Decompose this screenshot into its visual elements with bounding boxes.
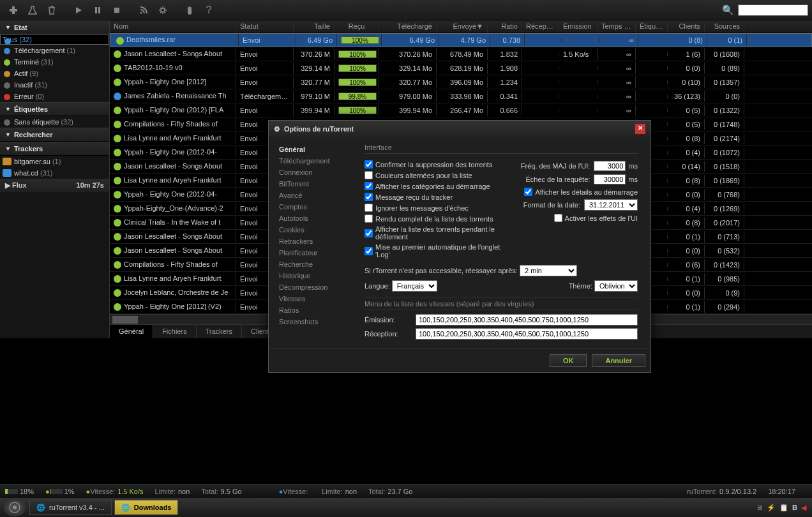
sidebar-state-item[interactable]: Inactif (31) [0,79,109,91]
sidebar-tag-item[interactable]: Sans étiquette (32) [0,116,109,128]
torrent-row[interactable]: Jason Lescalleet - Songs AboutEnvoi370.2… [110,47,812,61]
cb-ui-effects[interactable] [554,214,562,222]
download-limit[interactable]: non [345,488,357,495]
sidebar-state-item[interactable]: Téléchargement (1) [0,45,109,56]
sidebar-search-header[interactable]: ▼Rechercher [0,128,109,142]
col-name[interactable]: Nom [110,20,236,33]
help-icon[interactable]: ? [200,2,217,19]
close-icon[interactable]: ✕ [635,124,645,134]
torrent-row[interactable]: Deathsmiles.rarEnvoi6.49 Go100%6.49 Go4.… [110,33,812,47]
sidebar-state-item[interactable]: Erreur (0) [0,91,109,102]
ok-button[interactable]: OK [550,354,587,367]
sidebar-state-item[interactable]: Terminé (31) [0,56,109,68]
rss-icon[interactable] [135,2,152,19]
search-input[interactable] [738,4,808,16]
col-size[interactable]: Taille [294,20,335,33]
cancel-button[interactable]: Annuler [592,354,645,367]
col-status[interactable]: Statut [236,20,294,33]
col-ratio[interactable]: Ratio [488,20,522,33]
detail-tab[interactable]: Fichiers [153,325,197,338]
tray-icon[interactable]: ⚡ [767,504,776,512]
cb-show-scroll[interactable] [365,229,373,237]
dialog-nav-item[interactable]: BitTorrent [275,178,358,190]
hand-icon[interactable] [181,2,198,19]
col-eta[interactable]: Temps est. [598,20,636,33]
cpu-usage: 1% [64,488,75,495]
upload-limit[interactable]: non [178,488,190,495]
tray-icon[interactable]: ◀ [801,504,806,512]
flask-icon[interactable] [24,2,41,19]
col-uploaded[interactable]: Envoyé▼ [437,20,488,33]
sidebar-tags-header[interactable]: ▼Étiquettes [0,102,109,116]
input-download-speeds[interactable] [416,328,638,340]
dialog-nav-item[interactable]: Décompression [275,281,358,293]
dialog-nav-item[interactable]: Recherche [275,258,358,270]
sidebar-trackers-header[interactable]: ▼Trackers [0,142,109,156]
col-downloaded[interactable]: Téléchargé [379,20,437,33]
cb-ignore-fail[interactable] [365,204,373,212]
dialog-nav-item[interactable]: Connexion [275,167,358,178]
input-ui-freq[interactable] [594,161,626,171]
play-icon[interactable] [70,2,87,19]
col-dlspeed[interactable]: Réception [522,20,559,33]
gear-icon[interactable] [154,2,171,19]
dialog-titlebar[interactable]: ⚙ Options de ruTorrent ✕ [269,121,650,137]
tray-icon[interactable]: B [792,504,797,511]
cb-full-render[interactable] [365,214,373,223]
dialog-nav-item[interactable]: Retrackers [275,236,358,247]
dialog-nav-item[interactable]: Téléchargement [275,155,358,167]
taskbar-item-downloads[interactable]: 🌐Downloads [114,500,179,515]
section-interface: Interface [365,144,638,154]
svg-rect-1 [10,9,17,11]
dialog-nav-item[interactable]: Vitesses [275,293,358,304]
select-theme[interactable]: Oblivion [594,280,638,292]
upload-speed: 1.5 Ko/s [117,488,143,495]
col-ulspeed[interactable]: Émission [559,20,598,33]
sidebar-tracker-item[interactable]: what.cd (31) [0,167,109,179]
dialog-nav-item[interactable]: Cookies [275,224,358,236]
cb-auto-log[interactable] [365,247,373,255]
dialog-nav-item[interactable]: Screenshots [275,316,358,327]
detail-tab[interactable]: Général [110,325,153,338]
torrent-row[interactable]: Yppah - Eighty One (2012) [FLAEnvoi399.9… [110,103,812,117]
cb-show-details[interactable] [524,188,532,196]
sidebar-state-item[interactable]: Tous (32) [0,34,109,45]
cb-show-cat[interactable] [365,182,373,190]
sidebar-state-item[interactable]: Actif (9) [0,68,109,79]
add-icon[interactable] [5,2,22,19]
sidebar-flux-header[interactable]: ▶ Flux10m 27s [0,179,109,192]
cb-tracker-msg[interactable] [365,193,373,201]
stop-icon[interactable] [109,2,125,19]
tray-icon[interactable]: 🖥 [756,504,763,511]
torrent-row[interactable]: James Zabiela - Renaissance ThTélécharge… [110,89,812,103]
sidebar-tracker-item[interactable]: bitgamer.su (1) [0,156,109,167]
dialog-nav-item[interactable]: Planificateur [275,247,358,258]
torrent-row[interactable]: Yppah - Eighty One [2012]Envoi320.77 M10… [110,75,812,89]
dialog-nav-item[interactable]: Ratios [275,304,358,316]
start-button[interactable] [4,498,26,516]
taskbar-item-rutorrent[interactable]: 🌐ruTorrent v3.4 - ... [29,500,112,515]
dialog-nav-item[interactable]: Général [275,144,358,155]
torrent-row[interactable]: TAB2012-10-19 v0Envoi329.14 M100%329.14 … [110,61,812,75]
sidebar-state-header[interactable]: ▼Etat [0,20,109,34]
dialog-nav-item[interactable]: Historique [275,270,358,281]
col-sources[interactable]: Sources [705,20,744,33]
col-peers[interactable]: Clients [668,20,705,33]
select-language[interactable]: Français [392,280,437,292]
select-retry[interactable]: 2 min [520,265,577,276]
dialog-nav-item[interactable]: Autotools [275,213,358,224]
pause-icon[interactable] [89,2,106,19]
sidebar: ▼Etat Tous (32)Téléchargement (1)Terminé… [0,20,110,338]
dialog-nav-item[interactable]: Avancé [275,190,358,201]
cb-alt-colors[interactable] [365,171,373,179]
trash-icon[interactable] [43,2,60,19]
select-date-format[interactable]: 31.12.2011 [584,199,638,211]
tray-icon[interactable]: 📋 [779,504,788,512]
col-received[interactable]: Reçu [335,20,379,33]
input-upload-speeds[interactable] [416,314,638,326]
detail-tab[interactable]: Trackers [197,325,242,338]
col-label[interactable]: Étiquette [636,20,668,33]
input-req-fail[interactable] [594,174,626,184]
dialog-nav-item[interactable]: Comptes [275,201,358,213]
cb-confirm-delete[interactable] [365,160,373,169]
